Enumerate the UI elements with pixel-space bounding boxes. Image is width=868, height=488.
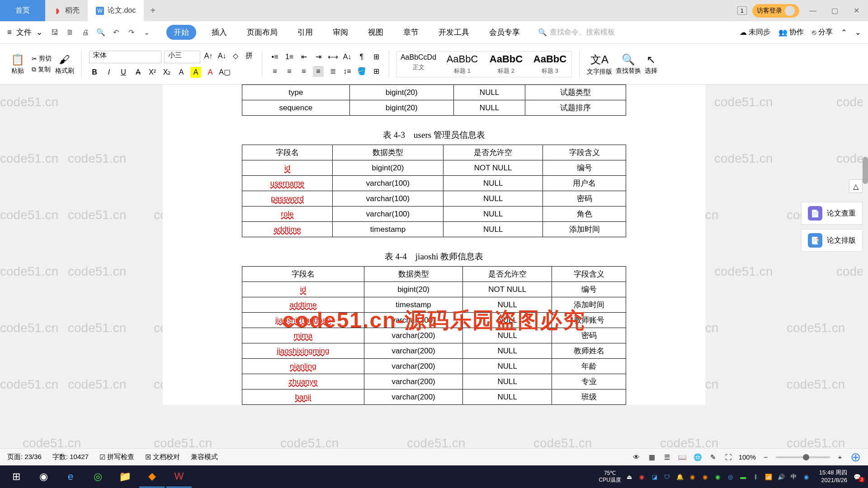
tab-document[interactable]: W 论文.doc (88, 0, 144, 21)
borders-button[interactable]: ⊞ (371, 52, 382, 62)
print-button[interactable]: 🖨 (80, 28, 90, 38)
tray-icon[interactable]: ◪ (650, 472, 659, 481)
increase-indent-button[interactable]: ⇥ (313, 52, 324, 62)
spellcheck-button[interactable]: ☑拼写检查 (99, 453, 134, 461)
italic-button[interactable]: I (104, 67, 114, 78)
line-spacing-button[interactable]: ↕≡ (342, 66, 353, 77)
text-layout-button[interactable]: 文A 文字排版 (587, 52, 612, 76)
menu-review[interactable]: 审阅 (328, 25, 353, 40)
tray-icon[interactable]: ◉ (688, 472, 697, 481)
menu-references[interactable]: 引用 (293, 25, 317, 40)
tray-icon[interactable]: ⏏ (625, 472, 634, 481)
select-button[interactable]: ↖ 选择 (645, 53, 657, 75)
web-view-button[interactable]: 🌐 (693, 452, 703, 463)
edit-button[interactable]: ✎ (708, 452, 719, 463)
char-border-button[interactable]: A▢ (219, 67, 230, 78)
menu-vip[interactable]: 会员专享 (485, 25, 524, 40)
maximize-button[interactable]: ▢ (826, 4, 843, 18)
file-menu[interactable]: ≡ 文件 ⌄ (7, 27, 42, 38)
menu-view[interactable]: 视图 (363, 25, 388, 40)
bullets-button[interactable]: •≡ (269, 52, 280, 62)
strikethrough-button[interactable]: A̶ (132, 67, 143, 78)
tray-bell-icon[interactable]: 🔔 (675, 472, 684, 481)
tray-volume-icon[interactable]: 🔊 (777, 472, 786, 481)
ribbon-up-button[interactable]: ⌃ (841, 28, 847, 37)
tray-nvidia-icon[interactable]: ▬ (739, 472, 748, 481)
taskview-button[interactable]: ◉ (31, 466, 56, 488)
word-count[interactable]: 字数: 10427 (52, 453, 89, 461)
undo-button[interactable]: ↶ (111, 28, 121, 38)
close-button[interactable]: ✕ (848, 4, 864, 18)
cpu-temp-widget[interactable]: 75℃ CPU温度 (599, 470, 621, 484)
underline-button[interactable]: U (118, 67, 129, 78)
thesis-layout-button[interactable]: 📑 论文排版 (801, 229, 863, 252)
print-view-button[interactable]: ▦ (646, 452, 657, 463)
decrease-font-button[interactable]: A↓ (217, 51, 227, 61)
font-name-select[interactable]: 宋体 (89, 51, 161, 63)
char-spacing-button[interactable]: ⟷ (327, 52, 338, 62)
tab-daoke[interactable]: ◗ 稻壳 (45, 0, 88, 21)
superscript-button[interactable]: X² (147, 67, 158, 78)
tray-shield-icon[interactable]: 🛡 (663, 472, 672, 481)
outline-view-button[interactable]: ☰ (662, 452, 673, 463)
align-left-button[interactable]: ≡ (269, 66, 280, 77)
align-center-button[interactable]: ≡ (284, 66, 295, 77)
sort-button[interactable]: A↓ (342, 52, 353, 62)
style-heading1[interactable]: AaBbC 标题 1 (441, 52, 484, 77)
increase-font-button[interactable]: A↑ (203, 51, 214, 61)
thesis-check-button[interactable]: 📄 论文查重 (801, 202, 863, 225)
tab-home[interactable]: 首页 (0, 0, 45, 21)
tab-counter[interactable]: 1 (737, 6, 747, 15)
zoom-slider[interactable] (776, 456, 830, 458)
menu-insert[interactable]: 插入 (207, 25, 231, 40)
menu-chapters[interactable]: 章节 (399, 25, 423, 40)
sync-button[interactable]: ☁ 未同步 (740, 28, 770, 37)
start-button[interactable]: ⊞ (4, 466, 29, 488)
style-heading2[interactable]: AaBbC 标题 2 (485, 52, 528, 77)
cut-button[interactable]: ✂剪切 (32, 55, 52, 63)
zoom-out-button[interactable]: − (760, 452, 771, 463)
align-justify-button[interactable]: ≡ (313, 66, 324, 77)
tray-bluetooth-icon[interactable]: ᛒ (751, 472, 760, 481)
format-painter-button[interactable]: 🖌 格式刷 (55, 53, 74, 75)
highlight-button[interactable]: A (190, 67, 201, 78)
tray-icon[interactable]: ◎ (726, 472, 735, 481)
subscript-button[interactable]: X₂ (161, 67, 172, 78)
decrease-indent-button[interactable]: ⇤ (298, 52, 309, 62)
menu-page-layout[interactable]: 页面布局 (242, 25, 282, 40)
ribbon-collapse-button[interactable]: ⌄ (855, 28, 861, 37)
font-color-button[interactable]: A (205, 67, 216, 78)
app-button[interactable]: ◆ (139, 466, 165, 488)
fit-width-button[interactable]: ⛶ (723, 452, 734, 463)
bold-button[interactable]: B (89, 67, 100, 78)
align-right-button[interactable]: ≡ (298, 66, 309, 77)
doccheck-button[interactable]: ☒文档校对 (145, 453, 180, 461)
quick-dropdown[interactable]: ⌄ (142, 28, 152, 38)
copy-button[interactable]: ⧉复制 (32, 66, 52, 74)
menu-start[interactable]: 开始 (166, 25, 196, 40)
show-marks-button[interactable]: ¶ (356, 52, 367, 62)
style-heading3[interactable]: AaBbC 标题 3 (528, 52, 571, 77)
eye-button[interactable]: 👁 (631, 452, 642, 463)
vertical-scrollbar[interactable] (863, 84, 868, 448)
shading-button[interactable]: 🪣 (356, 66, 367, 77)
zoom-level[interactable]: 100% (739, 453, 756, 461)
explorer-button[interactable]: 📁 (112, 466, 137, 488)
guest-login-button[interactable]: 访客登录 (752, 4, 799, 18)
style-normal[interactable]: AaBbCcDd 正文 (397, 52, 440, 77)
collab-button[interactable]: 👥 协作 (778, 28, 804, 37)
ie-button[interactable]: e (58, 466, 83, 488)
print-preview-button[interactable]: 🗎 (65, 28, 75, 38)
page-indicator[interactable]: 页面: 23/36 (7, 453, 42, 461)
preview-button[interactable]: 🔍 (96, 28, 106, 38)
add-tab-button[interactable]: + (144, 0, 162, 21)
share-button[interactable]: ⎋ 分享 (812, 28, 833, 37)
tray-icon[interactable]: ◉ (713, 472, 722, 481)
distribute-button[interactable]: ≣ (327, 66, 338, 77)
wps-button[interactable]: W (166, 466, 192, 488)
document-page[interactable]: typebigint(20)NULL试题类型sequencebigint(20)… (163, 84, 705, 405)
tray-icon[interactable]: ◉ (701, 472, 710, 481)
tray-clock[interactable]: 15:48 周四 2021/8/26 (815, 469, 852, 484)
redo-button[interactable]: ↷ (127, 28, 137, 38)
command-search[interactable]: 🔍 查找命令、搜索模板 (538, 28, 615, 37)
